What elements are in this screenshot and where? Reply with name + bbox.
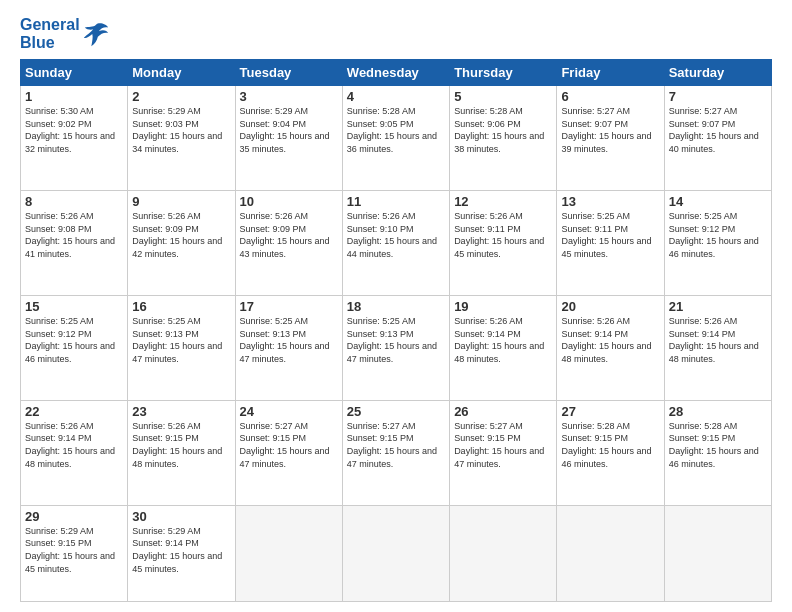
header-thursday: Thursday — [450, 60, 557, 86]
day-number: 15 — [25, 299, 123, 314]
header-tuesday: Tuesday — [235, 60, 342, 86]
day-info: Sunrise: 5:26 AM Sunset: 9:09 PM Dayligh… — [240, 210, 338, 260]
table-row: 1 Sunrise: 5:30 AM Sunset: 9:02 PM Dayli… — [21, 86, 128, 191]
logo-bird-icon — [82, 20, 110, 48]
day-number: 20 — [561, 299, 659, 314]
table-row — [235, 505, 342, 601]
day-number: 7 — [669, 89, 767, 104]
logo-text-general: General — [20, 16, 80, 34]
day-info: Sunrise: 5:26 AM Sunset: 9:11 PM Dayligh… — [454, 210, 552, 260]
day-info: Sunrise: 5:26 AM Sunset: 9:14 PM Dayligh… — [669, 315, 767, 365]
header-monday: Monday — [128, 60, 235, 86]
table-row: 26 Sunrise: 5:27 AM Sunset: 9:15 PM Dayl… — [450, 400, 557, 505]
header-wednesday: Wednesday — [342, 60, 449, 86]
day-number: 1 — [25, 89, 123, 104]
table-row: 9 Sunrise: 5:26 AM Sunset: 9:09 PM Dayli… — [128, 191, 235, 296]
header-sunday: Sunday — [21, 60, 128, 86]
day-info: Sunrise: 5:28 AM Sunset: 9:05 PM Dayligh… — [347, 105, 445, 155]
day-info: Sunrise: 5:26 AM Sunset: 9:15 PM Dayligh… — [132, 420, 230, 470]
day-info: Sunrise: 5:25 AM Sunset: 9:13 PM Dayligh… — [240, 315, 338, 365]
header-saturday: Saturday — [664, 60, 771, 86]
table-row: 10 Sunrise: 5:26 AM Sunset: 9:09 PM Dayl… — [235, 191, 342, 296]
day-number: 19 — [454, 299, 552, 314]
day-number: 11 — [347, 194, 445, 209]
day-number: 28 — [669, 404, 767, 419]
table-row: 3 Sunrise: 5:29 AM Sunset: 9:04 PM Dayli… — [235, 86, 342, 191]
day-number: 3 — [240, 89, 338, 104]
table-row: 2 Sunrise: 5:29 AM Sunset: 9:03 PM Dayli… — [128, 86, 235, 191]
day-number: 22 — [25, 404, 123, 419]
calendar-table: Sunday Monday Tuesday Wednesday Thursday… — [20, 59, 772, 602]
day-info: Sunrise: 5:26 AM Sunset: 9:10 PM Dayligh… — [347, 210, 445, 260]
day-info: Sunrise: 5:28 AM Sunset: 9:06 PM Dayligh… — [454, 105, 552, 155]
table-row: 15 Sunrise: 5:25 AM Sunset: 9:12 PM Dayl… — [21, 295, 128, 400]
day-number: 26 — [454, 404, 552, 419]
table-row: 29 Sunrise: 5:29 AM Sunset: 9:15 PM Dayl… — [21, 505, 128, 601]
day-info: Sunrise: 5:27 AM Sunset: 9:07 PM Dayligh… — [669, 105, 767, 155]
logo-text-blue: Blue — [20, 34, 80, 52]
day-number: 21 — [669, 299, 767, 314]
day-number: 25 — [347, 404, 445, 419]
day-info: Sunrise: 5:25 AM Sunset: 9:12 PM Dayligh… — [669, 210, 767, 260]
day-info: Sunrise: 5:27 AM Sunset: 9:07 PM Dayligh… — [561, 105, 659, 155]
day-number: 13 — [561, 194, 659, 209]
day-number: 16 — [132, 299, 230, 314]
table-row: 5 Sunrise: 5:28 AM Sunset: 9:06 PM Dayli… — [450, 86, 557, 191]
day-info: Sunrise: 5:27 AM Sunset: 9:15 PM Dayligh… — [347, 420, 445, 470]
day-info: Sunrise: 5:26 AM Sunset: 9:14 PM Dayligh… — [561, 315, 659, 365]
day-info: Sunrise: 5:26 AM Sunset: 9:14 PM Dayligh… — [25, 420, 123, 470]
day-number: 2 — [132, 89, 230, 104]
day-info: Sunrise: 5:25 AM Sunset: 9:13 PM Dayligh… — [347, 315, 445, 365]
day-number: 10 — [240, 194, 338, 209]
weekday-header-row: Sunday Monday Tuesday Wednesday Thursday… — [21, 60, 772, 86]
day-info: Sunrise: 5:28 AM Sunset: 9:15 PM Dayligh… — [669, 420, 767, 470]
day-number: 9 — [132, 194, 230, 209]
table-row: 18 Sunrise: 5:25 AM Sunset: 9:13 PM Dayl… — [342, 295, 449, 400]
day-number: 29 — [25, 509, 123, 524]
day-number: 17 — [240, 299, 338, 314]
table-row: 11 Sunrise: 5:26 AM Sunset: 9:10 PM Dayl… — [342, 191, 449, 296]
table-row: 14 Sunrise: 5:25 AM Sunset: 9:12 PM Dayl… — [664, 191, 771, 296]
table-row: 23 Sunrise: 5:26 AM Sunset: 9:15 PM Dayl… — [128, 400, 235, 505]
header-friday: Friday — [557, 60, 664, 86]
day-number: 23 — [132, 404, 230, 419]
day-number: 30 — [132, 509, 230, 524]
day-number: 14 — [669, 194, 767, 209]
table-row: 28 Sunrise: 5:28 AM Sunset: 9:15 PM Dayl… — [664, 400, 771, 505]
day-number: 24 — [240, 404, 338, 419]
day-info: Sunrise: 5:30 AM Sunset: 9:02 PM Dayligh… — [25, 105, 123, 155]
day-number: 4 — [347, 89, 445, 104]
day-number: 8 — [25, 194, 123, 209]
table-row — [450, 505, 557, 601]
day-number: 6 — [561, 89, 659, 104]
day-info: Sunrise: 5:26 AM Sunset: 9:08 PM Dayligh… — [25, 210, 123, 260]
day-info: Sunrise: 5:29 AM Sunset: 9:14 PM Dayligh… — [132, 525, 230, 575]
table-row — [342, 505, 449, 601]
day-number: 18 — [347, 299, 445, 314]
table-row: 25 Sunrise: 5:27 AM Sunset: 9:15 PM Dayl… — [342, 400, 449, 505]
table-row: 13 Sunrise: 5:25 AM Sunset: 9:11 PM Dayl… — [557, 191, 664, 296]
table-row: 7 Sunrise: 5:27 AM Sunset: 9:07 PM Dayli… — [664, 86, 771, 191]
table-row: 20 Sunrise: 5:26 AM Sunset: 9:14 PM Dayl… — [557, 295, 664, 400]
day-info: Sunrise: 5:25 AM Sunset: 9:12 PM Dayligh… — [25, 315, 123, 365]
day-info: Sunrise: 5:25 AM Sunset: 9:13 PM Dayligh… — [132, 315, 230, 365]
table-row — [664, 505, 771, 601]
table-row: 4 Sunrise: 5:28 AM Sunset: 9:05 PM Dayli… — [342, 86, 449, 191]
table-row: 24 Sunrise: 5:27 AM Sunset: 9:15 PM Dayl… — [235, 400, 342, 505]
table-row: 27 Sunrise: 5:28 AM Sunset: 9:15 PM Dayl… — [557, 400, 664, 505]
day-info: Sunrise: 5:25 AM Sunset: 9:11 PM Dayligh… — [561, 210, 659, 260]
table-row — [557, 505, 664, 601]
day-info: Sunrise: 5:29 AM Sunset: 9:03 PM Dayligh… — [132, 105, 230, 155]
day-info: Sunrise: 5:26 AM Sunset: 9:09 PM Dayligh… — [132, 210, 230, 260]
day-number: 5 — [454, 89, 552, 104]
table-row: 6 Sunrise: 5:27 AM Sunset: 9:07 PM Dayli… — [557, 86, 664, 191]
table-row: 21 Sunrise: 5:26 AM Sunset: 9:14 PM Dayl… — [664, 295, 771, 400]
logo: General Blue — [20, 16, 110, 51]
day-info: Sunrise: 5:27 AM Sunset: 9:15 PM Dayligh… — [240, 420, 338, 470]
calendar-page: General Blue Sunday Monday Tuesday Wedne… — [0, 0, 792, 612]
day-info: Sunrise: 5:29 AM Sunset: 9:04 PM Dayligh… — [240, 105, 338, 155]
table-row: 22 Sunrise: 5:26 AM Sunset: 9:14 PM Dayl… — [21, 400, 128, 505]
day-number: 12 — [454, 194, 552, 209]
table-row: 19 Sunrise: 5:26 AM Sunset: 9:14 PM Dayl… — [450, 295, 557, 400]
day-info: Sunrise: 5:29 AM Sunset: 9:15 PM Dayligh… — [25, 525, 123, 575]
